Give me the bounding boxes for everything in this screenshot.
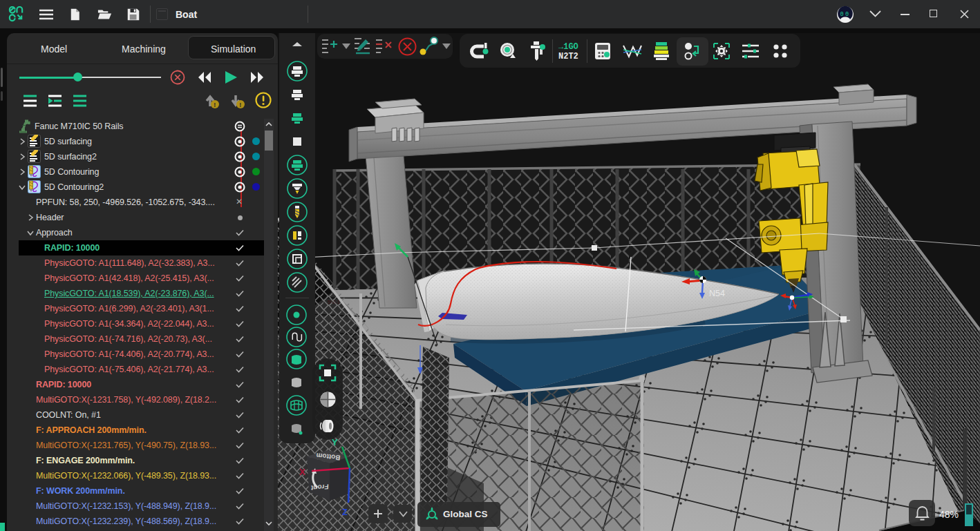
svg-text:X: X <box>299 467 305 477</box>
svg-text:00: 00 <box>840 11 851 18</box>
svg-text:Z: Z <box>342 507 348 517</box>
svg-text:N54: N54 <box>709 289 725 298</box>
svg-text:!: ! <box>239 102 241 108</box>
svg-text:Y: Y <box>332 437 338 447</box>
svg-text:!: ! <box>214 102 216 108</box>
